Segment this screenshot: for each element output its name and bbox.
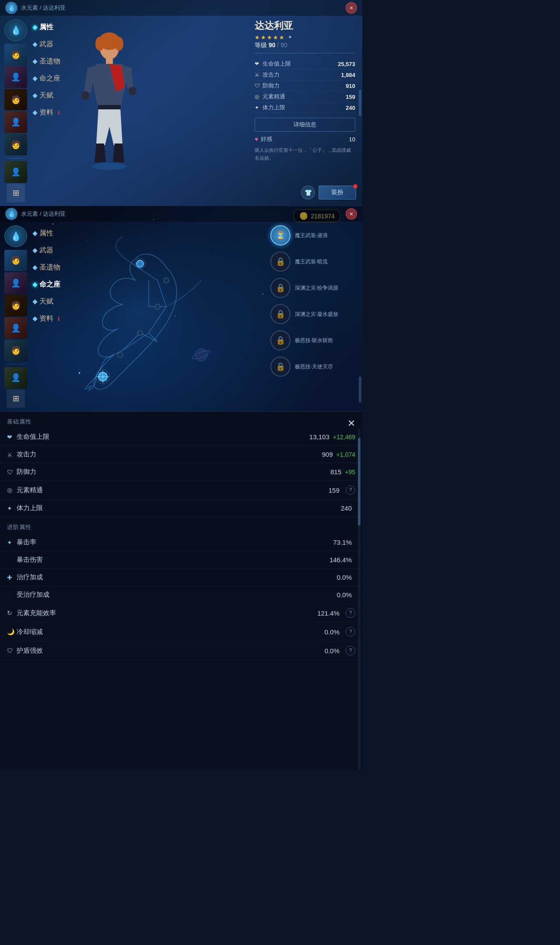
const-item-6[interactable]: 🔒 极恶技·天使灭尽 xyxy=(270,357,358,377)
menu-item-artifact-1[interactable]: 圣遗物 xyxy=(33,56,60,67)
const-item-3[interactable]: 🔒 深渊之灾·纷争涡源 xyxy=(270,278,358,298)
panel-constellation: 💧 水元素 / 达达利亚 × 🪙 2181974 💧 🧑 👤 🧑 👤 🧑 👤 ⊞… xyxy=(0,206,362,411)
sidebar-char-2-2[interactable]: 👤 xyxy=(4,272,27,294)
const-item-2[interactable]: 🔒 魔王武装·暗流 xyxy=(270,252,358,272)
close-button-3[interactable]: ✕ xyxy=(347,418,355,429)
stat-def: 🛡 防御力 910 xyxy=(255,80,355,91)
menu-item-attrs-1[interactable]: 属性 xyxy=(33,22,60,33)
menu-item-attrs-2[interactable]: 属性 xyxy=(33,228,60,239)
constellation-svg xyxy=(35,228,245,394)
sidebar-char-1[interactable]: 🧑 xyxy=(4,44,27,66)
stats-row-shield: 🛡 护盾强效 0.0% ? xyxy=(0,641,362,660)
close-button-2[interactable]: × xyxy=(346,208,357,220)
er-icon: ↻ xyxy=(7,609,17,616)
stats-row-cdr: 🌙 冷却缩减 0.0% ? xyxy=(0,623,362,641)
hp-stat-icon: ❤ xyxy=(7,434,17,441)
healing-name: 治疗加成 xyxy=(17,573,337,581)
stats-row-incoming-healing: 受治疗加成 0.0% xyxy=(0,586,362,604)
lock-icon-2: 🔒 xyxy=(276,257,285,266)
diamond-icon xyxy=(32,299,37,304)
diamond-icon xyxy=(32,248,37,253)
const-item-5[interactable]: 🔒 极恶技·斩水斩雨 xyxy=(270,330,358,350)
menu-item-const-1[interactable]: 命之座 xyxy=(33,73,60,84)
grid-button-2[interactable]: ⊞ xyxy=(7,389,25,408)
sidebar-char-5-2[interactable]: 🧑 xyxy=(4,340,27,361)
sidebar-char-6-2[interactable]: 👤 xyxy=(4,367,27,388)
sidebar-char-3[interactable]: 🧑 xyxy=(4,89,27,111)
er-help-button[interactable]: ? xyxy=(346,608,355,618)
svg-point-5 xyxy=(81,91,89,100)
diamond-icon xyxy=(32,282,37,287)
const-item-1[interactable]: ⏳ 魔王武装·遄浪 xyxy=(270,225,358,245)
close-button-1[interactable]: × xyxy=(346,2,357,14)
cdr-name: 冷却缩减 xyxy=(17,628,325,636)
scrollbar-1[interactable] xyxy=(359,90,361,116)
lock-icon-4: 🔒 xyxy=(276,309,285,319)
menu-item-artifact-2[interactable]: 圣遗物 xyxy=(33,262,60,273)
star-rating: ★ ★ ★ ★ ★ ✦ xyxy=(255,34,355,41)
sidebar-char-4-2[interactable]: 👤 xyxy=(4,317,27,339)
atk-stat-name: 攻击力 xyxy=(17,450,322,458)
detail-button[interactable]: 详细信息 xyxy=(255,118,355,132)
cdr-help-button[interactable]: ? xyxy=(346,627,355,637)
sidebar-char-6[interactable]: 👤 xyxy=(4,161,27,183)
menu-item-profile-2[interactable]: 资料 ℹ xyxy=(33,313,60,324)
scrollbar-thumb[interactable] xyxy=(358,438,360,525)
sidebar-element-icon: 💧 xyxy=(4,19,27,41)
stamina-stat-icon: ✦ xyxy=(7,505,17,512)
menu-item-weapon-1[interactable]: 武器 xyxy=(33,39,60,50)
scrollbar-2[interactable] xyxy=(359,376,361,402)
const-label-1: 魔王武装·遄浪 xyxy=(295,232,328,239)
nav-bar-2: 💧 水元素 / 达达利亚 × xyxy=(0,206,362,222)
affection-row: ♥ 好感 10 xyxy=(255,135,355,143)
grid-button[interactable]: ⊞ xyxy=(7,184,25,202)
stamina-stat-name: 体力上限 xyxy=(17,504,341,512)
hp-icon: ❤ xyxy=(255,61,262,67)
stat-atk: ⚔ 攻击力 1,984 xyxy=(255,70,355,80)
menu-item-talent-2[interactable]: 天赋 xyxy=(33,296,60,307)
stats-row-critrate: ✦ 暴击率 73.1% xyxy=(0,534,362,551)
diamond-icon xyxy=(32,59,37,64)
menu-item-const-2[interactable]: 命之座 xyxy=(33,279,60,290)
svg-point-23 xyxy=(164,278,169,283)
shield-stat-icon: 🛡 xyxy=(7,647,17,654)
outfit-icon: 👕 xyxy=(301,186,315,200)
const-item-4[interactable]: 🔒 深渊之灾·凝水盛放 xyxy=(270,304,358,324)
svg-rect-4 xyxy=(106,58,113,64)
sidebar-char-1-2[interactable]: 🧑 xyxy=(4,250,27,271)
critdmg-val: 146.4% xyxy=(329,556,352,564)
menu-item-weapon-2[interactable]: 武器 xyxy=(33,245,60,256)
outfit-button[interactable]: 装扮 xyxy=(318,186,356,200)
em-help-button[interactable]: ? xyxy=(346,485,355,495)
sidebar-char-3-2[interactable]: 🧑 xyxy=(4,294,27,316)
diamond-icon xyxy=(32,25,37,30)
em-stat-base: 159 xyxy=(329,486,340,494)
shield-help-button[interactable]: ? xyxy=(346,646,355,655)
sidebar-divider-2 xyxy=(7,364,24,364)
star-5: ★ xyxy=(279,34,284,41)
svg-point-6 xyxy=(129,87,136,95)
svg-point-24 xyxy=(155,304,160,309)
stats-row-hp: ❤ 生命值上限 13,103 +12,469 xyxy=(0,428,362,446)
critrate-icon: ✦ xyxy=(7,539,17,546)
character-figure xyxy=(52,22,166,197)
healing-icon: ✚ xyxy=(7,574,17,581)
const-circle-1: ⏳ xyxy=(270,225,290,245)
sidebar-1: 💧 🧑 👤 🧑 👤 🧑 👤 ⊞ xyxy=(0,16,32,206)
constellation-area xyxy=(35,228,245,394)
diamond-icon xyxy=(32,231,37,236)
menu-item-profile-1[interactable]: 资料 ℹ xyxy=(33,107,60,118)
sidebar-char-4[interactable]: 👤 xyxy=(4,111,27,133)
const-label-5: 极恶技·斩水斩雨 xyxy=(295,337,333,344)
bottom-padding xyxy=(0,660,362,686)
em-stat-icon: ◎ xyxy=(7,486,17,494)
def-stat-icon: 🛡 xyxy=(7,469,17,476)
const-circle-5: 🔒 xyxy=(270,330,290,350)
cdr-icon: 🌙 xyxy=(7,628,17,635)
menu-item-talent-1[interactable]: 天赋 xyxy=(33,90,60,101)
star-1: ★ xyxy=(255,34,260,41)
shield-stat-name: 护盾强效 xyxy=(17,647,325,655)
sidebar-char-2[interactable]: 👤 xyxy=(4,66,27,88)
sidebar-char-5[interactable]: 🧑 xyxy=(4,134,27,156)
stats-row-healing: ✚ 治疗加成 0.0% xyxy=(0,569,362,586)
